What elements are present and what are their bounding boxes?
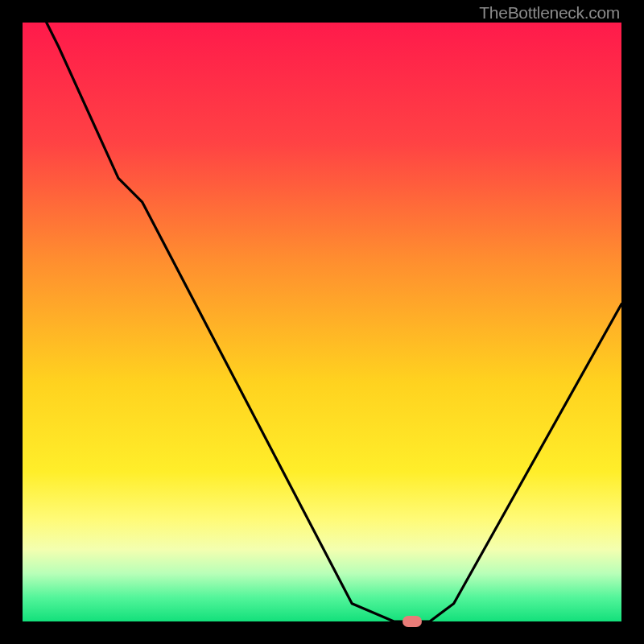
optimal-marker — [402, 616, 422, 627]
watermark-label: TheBottleneck.com — [479, 3, 620, 23]
chart-container: TheBottleneck.com — [0, 0, 644, 644]
bottleneck-curve — [23, 23, 621, 621]
plot-area — [23, 23, 621, 621]
